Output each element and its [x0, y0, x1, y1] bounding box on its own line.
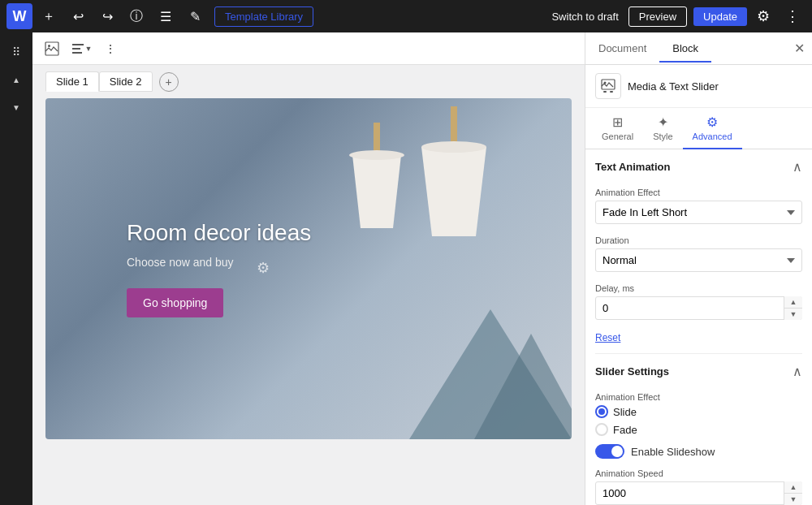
section-divider [595, 353, 802, 354]
reset-button[interactable]: Reset [595, 332, 620, 343]
panel-tabs: Document Block ✕ [585, 32, 812, 65]
slide-cta-button[interactable]: Go shopping [127, 288, 223, 317]
radio-slide-dot [598, 408, 605, 415]
slide-1-tab[interactable]: Slide 1 [45, 71, 99, 92]
subtab-style[interactable]: ✦ Style [643, 108, 682, 149]
duration-group: Duration Normal Slow Fast [595, 235, 802, 272]
delay-input-wrapper: ▲ ▼ [595, 296, 802, 320]
slider-settings-header: Slider Settings ∧ [595, 364, 802, 382]
text-animation-toggle[interactable]: ∧ [793, 159, 802, 175]
subtab-advanced[interactable]: ⚙ Advanced [683, 108, 742, 149]
delay-spinners: ▲ ▼ [784, 296, 802, 320]
subtab-style-label: Style [653, 132, 672, 141]
more-options-toolbar-btn[interactable]: ⋮ [97, 36, 123, 62]
add-slide-button[interactable]: + [159, 72, 179, 92]
subtab-general[interactable]: ⊞ General [592, 108, 643, 149]
animation-speed-group: Animation Speed ▲ ▼ [595, 468, 802, 505]
svg-marker-9 [421, 147, 486, 236]
text-animation-title: Text Animation [595, 161, 670, 173]
text-animation-section: Text Animation ∧ Animation Effect Fade I… [595, 159, 802, 343]
svg-rect-15 [603, 91, 607, 93]
block-icon [595, 73, 621, 99]
radio-fade[interactable]: Fade [595, 423, 802, 436]
duration-select[interactable]: Normal Slow Fast [595, 248, 802, 272]
slider-animation-radio-group: Slide Fade [595, 405, 802, 436]
slider-animation-label: Animation Effect [595, 392, 802, 402]
mountain-decoration [409, 293, 572, 439]
panel-close-button[interactable]: ✕ [786, 36, 812, 62]
svg-point-10 [421, 141, 486, 153]
drag-handle-icon[interactable]: ⠿ [3, 39, 29, 65]
advanced-icon: ⚙ [706, 114, 718, 130]
enable-slideshow-row: Enable Slideshow [595, 444, 802, 459]
tab-block[interactable]: Block [659, 36, 711, 63]
slide-subtext: Choose now and buy [127, 256, 311, 269]
block-mover-down-icon[interactable]: ▼ [3, 94, 29, 120]
panel-content: Text Animation ∧ Animation Effect Fade I… [585, 149, 812, 505]
info-button[interactable]: ⓘ [123, 3, 149, 29]
animation-effect-group: Animation Effect Fade In Left Short None… [595, 188, 802, 224]
animation-effect-select[interactable]: Fade In Left Short None Fade In Fade In … [595, 201, 802, 224]
animation-speed-spinners: ▲ ▼ [784, 481, 802, 505]
settings-button[interactable]: ⚙ [750, 3, 776, 29]
right-panel: Document Block ✕ Media & Text Slider ⊞ G [585, 32, 812, 505]
svg-rect-8 [451, 106, 457, 147]
subtab-advanced-label: Advanced [693, 132, 732, 141]
list-view-button[interactable]: ☰ [153, 3, 179, 29]
slide-preview: Room decor ideas Choose now and buy Go s… [45, 98, 572, 439]
radio-slide-label: Slide [613, 406, 637, 418]
slider-settings-toggle[interactable]: ∧ [793, 364, 802, 379]
slide-2-tab[interactable]: Slide 2 [99, 71, 153, 92]
delay-decrement-btn[interactable]: ▼ [784, 309, 802, 320]
slide-text-overlay: Room decor ideas Choose now and buy Go s… [127, 220, 311, 317]
align-btn[interactable]: ▼ [68, 36, 94, 62]
block-mover-up-icon[interactable]: ▲ [3, 67, 29, 93]
animation-speed-input[interactable] [595, 481, 802, 505]
block-title: Media & Text Slider [628, 80, 719, 93]
speed-decrement-btn[interactable]: ▼ [784, 494, 802, 505]
slider-settings-title: Slider Settings [595, 365, 669, 378]
gear-overlay-icon[interactable]: ⚙ [257, 259, 276, 278]
more-options-button[interactable]: ⋮ [780, 3, 806, 29]
style-icon: ✦ [658, 114, 668, 130]
delay-group: Delay, ms ▲ ▼ [595, 283, 802, 320]
main-layout: ⠿ ▲ ▼ ▼ ⋮ Slide 1 Slide 2 + [0, 32, 812, 505]
radio-slide[interactable]: Slide [595, 405, 802, 418]
wp-logo: W [6, 3, 32, 29]
text-animation-header: Text Animation ∧ [595, 159, 802, 178]
redo-button[interactable]: ↪ [94, 3, 120, 29]
toggle-knob [611, 446, 623, 457]
lamp2-decoration [417, 106, 490, 236]
slideshow-toggle[interactable] [595, 444, 624, 459]
image-block-btn[interactable] [39, 36, 65, 62]
topbar: W ＋ ↩ ↪ ⓘ ☰ ✎ Template Library Switch to… [0, 0, 812, 32]
slide-background: Room decor ideas Choose now and buy Go s… [45, 98, 572, 439]
svg-rect-16 [610, 91, 613, 93]
switch-draft-button[interactable]: Switch to draft [551, 11, 618, 23]
add-block-button[interactable]: ＋ [36, 3, 62, 29]
radio-fade-circle [595, 423, 608, 436]
speed-increment-btn[interactable]: ▲ [784, 481, 802, 494]
delay-input[interactable] [595, 296, 802, 320]
svg-rect-3 [72, 48, 80, 50]
edit-mode-button[interactable]: ✎ [182, 3, 208, 29]
block-header: Media & Text Slider [585, 65, 812, 108]
animation-effect-label: Animation Effect [595, 188, 802, 197]
preview-button[interactable]: Preview [628, 6, 687, 27]
lamp1-decoration [344, 123, 409, 228]
block-subtabs: ⊞ General ✦ Style ⚙ Advanced [585, 108, 812, 149]
subtab-general-label: General [602, 132, 633, 141]
tab-document[interactable]: Document [585, 36, 659, 63]
editor-area: ▼ ⋮ Slide 1 Slide 2 + [32, 32, 585, 505]
svg-rect-2 [72, 44, 84, 45]
left-sidebar: ⠿ ▲ ▼ [0, 32, 32, 505]
animation-speed-wrapper: ▲ ▼ [595, 481, 802, 505]
slide-heading: Room decor ideas [127, 220, 311, 246]
template-library-button[interactable]: Template Library [214, 6, 313, 27]
svg-rect-4 [72, 52, 82, 54]
undo-button[interactable]: ↩ [65, 3, 91, 29]
delay-increment-btn[interactable]: ▲ [784, 296, 802, 309]
svg-marker-6 [352, 155, 401, 228]
slider-settings-section: Slider Settings ∧ Animation Effect Slide [595, 364, 802, 505]
update-button[interactable]: Update [693, 7, 747, 26]
